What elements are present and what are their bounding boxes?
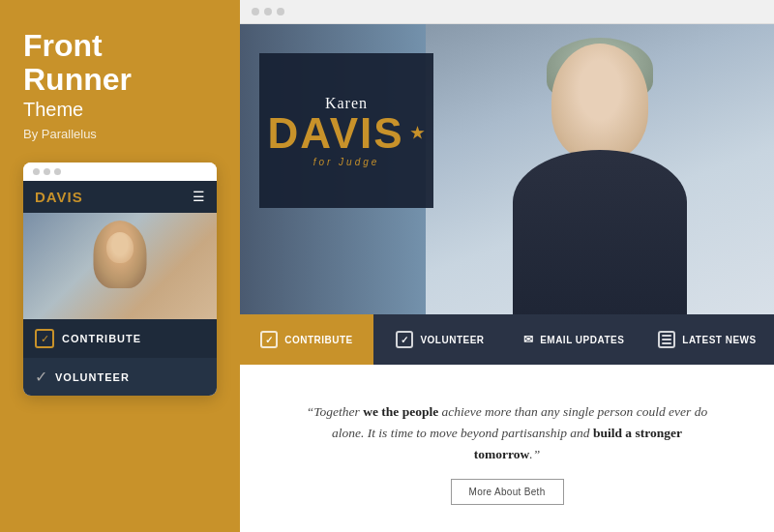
mobile-hero-image — [23, 213, 217, 319]
star-icon: ★ — [410, 126, 426, 141]
hamburger-icon[interactable]: ☰ — [193, 189, 205, 205]
mobile-volunteer-label: VOLUNTEER — [55, 371, 130, 383]
mobile-contribute-label: CONTRIBUTE — [62, 333, 141, 344]
mobile-mockup: DAVIS ☰ ✓ CONTRIBUTE ✓ VOLUNTEER — [23, 163, 217, 396]
nav-tabs: ✓ CONTRIBUTE ✓ VOLUNTEER ✉ EMAIL UPDATES… — [240, 314, 774, 365]
mobile-nav: DAVIS ☰ — [23, 181, 217, 213]
davis-text: DAVIS — [267, 112, 403, 155]
contribute-icon: ✓ — [260, 331, 278, 348]
quote-bold1: we the people — [363, 404, 438, 419]
mobile-dot-1 — [33, 168, 40, 175]
tab-latest-news[interactable]: LATEST NEWS — [640, 314, 774, 365]
person-head — [551, 44, 648, 160]
campaign-tagline: for Judge — [313, 157, 380, 167]
quote-before: “Together — [307, 404, 363, 419]
campaign-last-name: DAVIS ★ — [267, 112, 425, 155]
browser-dot-1 — [252, 8, 259, 15]
mobile-contribute-bar[interactable]: ✓ CONTRIBUTE — [23, 319, 217, 358]
theme-subtitle: Theme — [23, 99, 217, 121]
contribute-check-icon: ✓ — [35, 329, 54, 348]
main-content: Karen DAVIS ★ for Judge ✓ CONTRIBUTE ✓ V… — [240, 0, 774, 532]
more-about-button[interactable]: More About Beth — [451, 479, 564, 505]
tab-email-label: EMAIL UPDATES — [540, 335, 624, 345]
browser-dot-3 — [277, 8, 284, 15]
volunteer-check-icon: ✓ — [35, 368, 47, 386]
theme-title: FrontRunner — [23, 29, 217, 97]
tab-volunteer[interactable]: ✓ VOLUNTEER — [373, 314, 507, 365]
mobile-top-bar — [23, 163, 217, 181]
tab-contribute-label: CONTRIBUTE — [284, 335, 353, 345]
person-body — [513, 150, 687, 314]
quote-text: “Together we the people achieve more tha… — [298, 401, 716, 466]
tab-email-updates[interactable]: ✉ EMAIL UPDATES — [507, 314, 640, 365]
hero-bg — [426, 24, 774, 314]
hero-section: Karen DAVIS ★ for Judge — [240, 24, 774, 314]
campaign-logo: Karen DAVIS ★ for Judge — [259, 53, 433, 208]
tab-news-label: LATEST NEWS — [682, 335, 756, 345]
theme-author: By Parallelus — [23, 127, 217, 141]
hero-person-photo — [426, 24, 774, 314]
sidebar: FrontRunner Theme By Parallelus DAVIS ☰ … — [0, 0, 240, 532]
quote-section: “Together we the people achieve more tha… — [240, 365, 774, 532]
mobile-volunteer-bar[interactable]: ✓ VOLUNTEER — [23, 358, 217, 396]
email-icon: ✉ — [523, 333, 534, 346]
tab-contribute[interactable]: ✓ CONTRIBUTE — [240, 314, 373, 365]
mobile-dot-3 — [54, 168, 61, 175]
browser-bar — [240, 0, 774, 24]
news-icon — [658, 331, 675, 348]
mobile-dot-2 — [44, 168, 50, 175]
volunteer-icon: ✓ — [396, 331, 413, 348]
browser-dot-2 — [264, 8, 272, 15]
mobile-nav-title: DAVIS — [35, 189, 83, 205]
quote-after: .” — [529, 447, 540, 461]
tab-volunteer-label: VOLUNTEER — [420, 335, 484, 345]
